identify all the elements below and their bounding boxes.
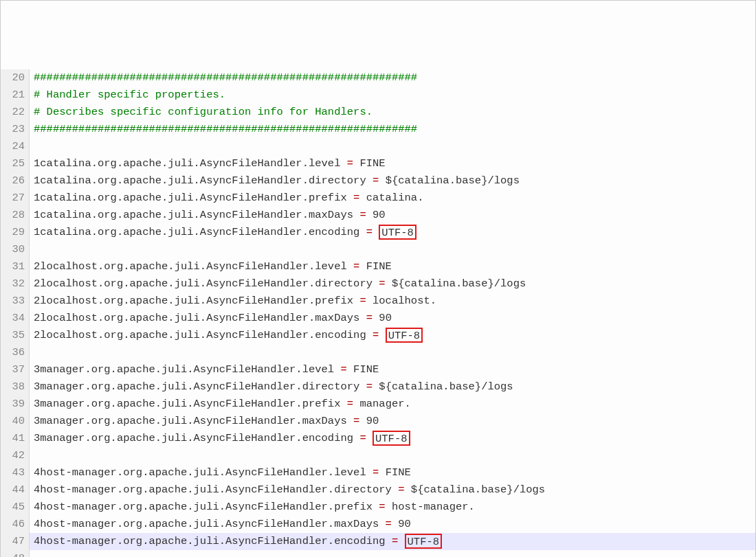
line-number: 38 bbox=[1, 378, 30, 396]
line-content: # Describes specific configuration info … bbox=[30, 104, 755, 121]
highlighted-value: UTF-8 bbox=[373, 431, 410, 446]
code-line[interactable]: 434host-manager.org.apache.juli.AsyncFil… bbox=[1, 464, 755, 481]
code-line[interactable]: 291catalina.org.apache.juli.AsyncFileHan… bbox=[1, 224, 755, 241]
code-line[interactable]: 22# Describes specific configuration inf… bbox=[1, 104, 755, 121]
line-content: 4host-manager.org.apache.juli.AsyncFileH… bbox=[30, 533, 755, 550]
line-content: 1catalina.org.apache.juli.AsyncFileHandl… bbox=[30, 155, 755, 172]
line-content: # Handler specific properties. bbox=[30, 87, 755, 104]
line-number: 48 bbox=[1, 550, 30, 557]
line-number: 47 bbox=[1, 533, 30, 550]
code-line[interactable]: 413manager.org.apache.juli.AsyncFileHand… bbox=[1, 430, 755, 447]
line-content: 3manager.org.apache.juli.AsyncFileHandle… bbox=[30, 378, 755, 396]
line-number: 34 bbox=[1, 310, 30, 327]
code-line[interactable]: 464host-manager.org.apache.juli.AsyncFil… bbox=[1, 516, 755, 533]
line-content bbox=[30, 550, 755, 557]
code-line[interactable]: 342localhost.org.apache.juli.AsyncFileHa… bbox=[1, 310, 755, 327]
line-number: 25 bbox=[1, 155, 30, 172]
line-number: 32 bbox=[1, 275, 30, 293]
line-number: 31 bbox=[1, 258, 30, 275]
line-content: 2localhost.org.apache.juli.AsyncFileHand… bbox=[30, 275, 755, 293]
code-line[interactable]: 393manager.org.apache.juli.AsyncFileHand… bbox=[1, 396, 755, 413]
line-number: 39 bbox=[1, 396, 30, 413]
line-number: 26 bbox=[1, 172, 30, 190]
code-line[interactable]: 383manager.org.apache.juli.AsyncFileHand… bbox=[1, 378, 755, 396]
line-content: 2localhost.org.apache.juli.AsyncFileHand… bbox=[30, 258, 755, 275]
code-line[interactable]: 48 bbox=[1, 550, 755, 557]
line-number: 45 bbox=[1, 499, 30, 516]
code-line[interactable]: 36 bbox=[1, 344, 755, 361]
code-line[interactable]: 403manager.org.apache.juli.AsyncFileHand… bbox=[1, 413, 755, 430]
line-content: 2localhost.org.apache.juli.AsyncFileHand… bbox=[30, 327, 755, 344]
line-number: 33 bbox=[1, 293, 30, 310]
line-content: 1catalina.org.apache.juli.AsyncFileHandl… bbox=[30, 172, 755, 190]
line-content: 4host-manager.org.apache.juli.AsyncFileH… bbox=[30, 499, 755, 516]
line-content: 2localhost.org.apache.juli.AsyncFileHand… bbox=[30, 310, 755, 327]
code-line[interactable]: 21# Handler specific properties. bbox=[1, 87, 755, 104]
line-content: 3manager.org.apache.juli.AsyncFileHandle… bbox=[30, 361, 755, 378]
code-editor[interactable]: 20######################################… bbox=[1, 69, 755, 557]
code-line[interactable]: 454host-manager.org.apache.juli.AsyncFil… bbox=[1, 499, 755, 516]
line-content bbox=[30, 447, 755, 464]
line-content: 3manager.org.apache.juli.AsyncFileHandle… bbox=[30, 396, 755, 413]
line-content: 4host-manager.org.apache.juli.AsyncFileH… bbox=[30, 464, 755, 481]
code-line[interactable]: 332localhost.org.apache.juli.AsyncFileHa… bbox=[1, 293, 755, 310]
line-number: 29 bbox=[1, 224, 30, 241]
line-content: ########################################… bbox=[30, 121, 755, 138]
code-line[interactable]: 30 bbox=[1, 241, 755, 258]
line-content bbox=[30, 344, 755, 361]
line-content: 2localhost.org.apache.juli.AsyncFileHand… bbox=[30, 293, 755, 310]
code-line[interactable]: 373manager.org.apache.juli.AsyncFileHand… bbox=[1, 361, 755, 378]
line-number: 44 bbox=[1, 481, 30, 499]
line-content bbox=[30, 138, 755, 155]
line-content: 1catalina.org.apache.juli.AsyncFileHandl… bbox=[30, 224, 755, 241]
line-number: 28 bbox=[1, 207, 30, 224]
line-number: 21 bbox=[1, 87, 30, 104]
line-content bbox=[30, 241, 755, 258]
line-number: 43 bbox=[1, 464, 30, 481]
line-number: 35 bbox=[1, 327, 30, 344]
line-number: 36 bbox=[1, 344, 30, 361]
code-line[interactable]: 24 bbox=[1, 138, 755, 155]
line-content: 1catalina.org.apache.juli.AsyncFileHandl… bbox=[30, 207, 755, 224]
line-number: 27 bbox=[1, 190, 30, 207]
code-line[interactable]: 261catalina.org.apache.juli.AsyncFileHan… bbox=[1, 172, 755, 190]
code-line[interactable]: 474host-manager.org.apache.juli.AsyncFil… bbox=[1, 533, 755, 550]
line-content: 3manager.org.apache.juli.AsyncFileHandle… bbox=[30, 413, 755, 430]
line-number: 24 bbox=[1, 138, 30, 155]
line-content: 1catalina.org.apache.juli.AsyncFileHandl… bbox=[30, 190, 755, 207]
code-line[interactable]: 444host-manager.org.apache.juli.AsyncFil… bbox=[1, 481, 755, 499]
line-number: 20 bbox=[1, 69, 30, 87]
code-line[interactable]: 251catalina.org.apache.juli.AsyncFileHan… bbox=[1, 155, 755, 172]
code-line[interactable]: 352localhost.org.apache.juli.AsyncFileHa… bbox=[1, 327, 755, 344]
line-number: 23 bbox=[1, 121, 30, 138]
line-number: 42 bbox=[1, 447, 30, 464]
highlighted-value: UTF-8 bbox=[379, 225, 416, 240]
code-line[interactable]: 322localhost.org.apache.juli.AsyncFileHa… bbox=[1, 275, 755, 293]
code-line[interactable]: 23######################################… bbox=[1, 121, 755, 138]
line-number: 37 bbox=[1, 361, 30, 378]
highlighted-value: UTF-8 bbox=[405, 534, 443, 549]
code-line[interactable]: 42 bbox=[1, 447, 755, 464]
line-content: 3manager.org.apache.juli.AsyncFileHandle… bbox=[30, 430, 755, 447]
line-number: 30 bbox=[1, 241, 30, 258]
line-number: 41 bbox=[1, 430, 30, 447]
line-number: 22 bbox=[1, 104, 30, 121]
line-number: 40 bbox=[1, 413, 30, 430]
code-line[interactable]: 271catalina.org.apache.juli.AsyncFileHan… bbox=[1, 190, 755, 207]
line-number: 46 bbox=[1, 516, 30, 533]
line-content: 4host-manager.org.apache.juli.AsyncFileH… bbox=[30, 481, 755, 499]
line-content: 4host-manager.org.apache.juli.AsyncFileH… bbox=[30, 516, 755, 533]
line-content: ########################################… bbox=[30, 69, 755, 87]
code-line[interactable]: 312localhost.org.apache.juli.AsyncFileHa… bbox=[1, 258, 755, 275]
highlighted-value: UTF-8 bbox=[386, 328, 423, 343]
code-line[interactable]: 281catalina.org.apache.juli.AsyncFileHan… bbox=[1, 207, 755, 224]
code-line[interactable]: 20######################################… bbox=[1, 69, 755, 87]
